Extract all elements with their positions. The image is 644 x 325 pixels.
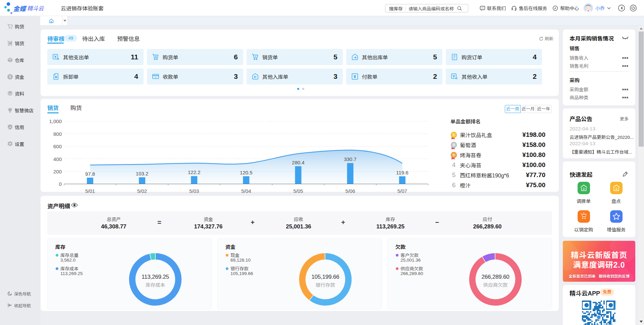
svg-text:1: 1 [453,133,455,137]
svg-text:3: 3 [453,153,454,157]
svg-text:2: 2 [453,143,454,147]
